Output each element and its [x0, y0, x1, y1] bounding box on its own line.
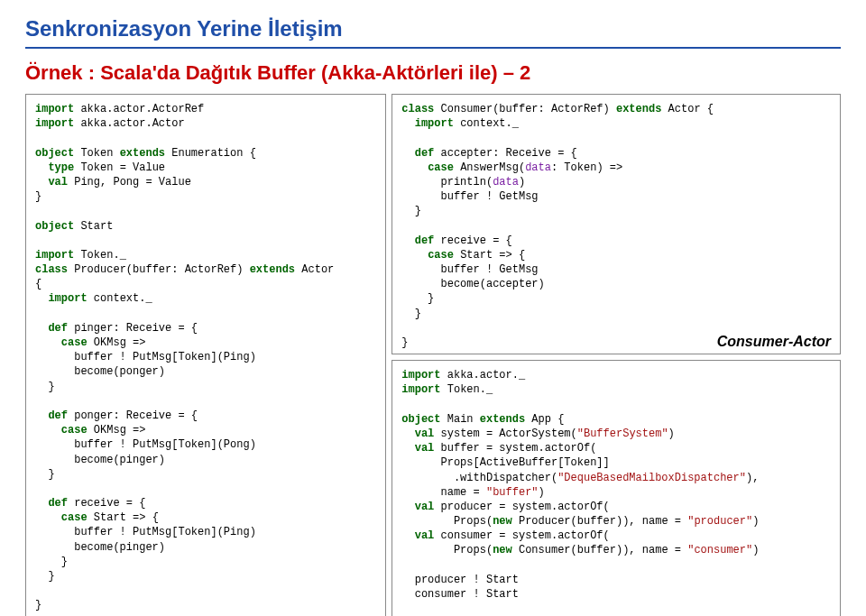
columns: import akka.actor.ActorRef import akka.a…	[25, 94, 841, 616]
consumer-code-box: class Consumer(buffer: ActorRef) extends…	[392, 94, 841, 354]
producer-code: import akka.actor.ActorRef import akka.a…	[35, 102, 376, 613]
subtitle: Örnek : Scala'da Dağıtık Buffer (Akka-Ak…	[25, 61, 841, 85]
page-title: Senkronizasyon Yerine İletişim	[25, 16, 841, 41]
main-code: import akka.actor._ import Token._ objec…	[401, 368, 831, 616]
right-column: class Consumer(buffer: ActorRef) extends…	[392, 94, 841, 616]
main-code-box: import akka.actor._ import Token._ objec…	[392, 360, 841, 616]
left-column: import akka.actor.ActorRef import akka.a…	[25, 94, 386, 616]
consumer-label: Consumer-Actor	[714, 334, 831, 350]
title-rule	[25, 47, 841, 49]
producer-code-box: import akka.actor.ActorRef import akka.a…	[25, 94, 386, 616]
consumer-code: class Consumer(buffer: ActorRef) extends…	[401, 102, 714, 350]
